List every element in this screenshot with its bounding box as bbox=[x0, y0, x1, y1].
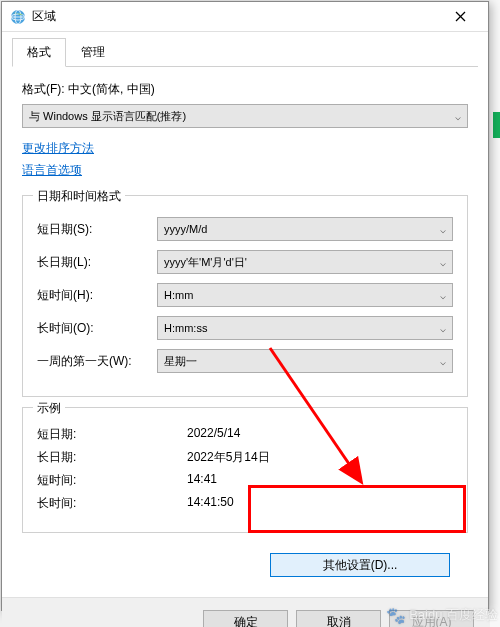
tab-admin[interactable]: 管理 bbox=[66, 38, 120, 67]
row-short-date: 短日期(S): yyyy/M/d ⌵ bbox=[37, 217, 453, 241]
select-long-time[interactable]: H:mm:ss ⌵ bbox=[157, 316, 453, 340]
apply-button[interactable]: 应用(A) bbox=[389, 610, 474, 627]
example-long-date: 长日期: 2022年5月14日 bbox=[37, 449, 453, 466]
tab-admin-label: 管理 bbox=[81, 45, 105, 59]
row-short-time: 短时间(H): H:mm ⌵ bbox=[37, 283, 453, 307]
format-label: 格式(F): 中文(简体, 中国) bbox=[22, 81, 468, 98]
ok-button[interactable]: 确定 bbox=[203, 610, 288, 627]
example-label-long-date: 长日期: bbox=[37, 449, 187, 466]
select-long-date[interactable]: yyyy'年'M'月'd'日' ⌵ bbox=[157, 250, 453, 274]
row-first-day: 一周的第一天(W): 星期一 ⌵ bbox=[37, 349, 453, 373]
select-short-time[interactable]: H:mm ⌵ bbox=[157, 283, 453, 307]
window-title: 区域 bbox=[32, 8, 440, 25]
example-label-short-time: 短时间: bbox=[37, 472, 187, 489]
value-short-date: yyyy/M/d bbox=[164, 223, 207, 235]
format-select[interactable]: 与 Windows 显示语言匹配(推荐) ⌵ bbox=[22, 104, 468, 128]
example-long-time: 长时间: 14:41:50 bbox=[37, 495, 453, 512]
tab-format-label: 格式 bbox=[27, 45, 51, 59]
label-long-date: 长日期(L): bbox=[37, 254, 157, 271]
other-settings-row: 其他设置(D)... bbox=[22, 543, 468, 587]
ok-label: 确定 bbox=[234, 614, 258, 627]
background-strip bbox=[490, 0, 500, 627]
value-long-time: H:mm:ss bbox=[164, 322, 207, 334]
example-short-date: 短日期: 2022/5/14 bbox=[37, 426, 453, 443]
example-value-long-date: 2022年5月14日 bbox=[187, 449, 270, 466]
region-dialog: 区域 格式 管理 格式(F): 中文(简体, 中国) 与 Windows 显示语… bbox=[1, 1, 489, 611]
change-sort-link[interactable]: 更改排序方法 bbox=[22, 138, 94, 160]
chevron-down-icon: ⌵ bbox=[440, 257, 446, 268]
chevron-down-icon: ⌵ bbox=[440, 224, 446, 235]
label-short-time: 短时间(H): bbox=[37, 287, 157, 304]
datetime-format-group: 日期和时间格式 短日期(S): yyyy/M/d ⌵ 长日期(L): yyyy'… bbox=[22, 195, 468, 397]
label-first-day: 一周的第一天(W): bbox=[37, 353, 157, 370]
value-short-time: H:mm bbox=[164, 289, 193, 301]
globe-icon bbox=[10, 9, 26, 25]
example-value-short-time: 14:41 bbox=[187, 472, 217, 489]
row-long-time: 长时间(O): H:mm:ss ⌵ bbox=[37, 316, 453, 340]
dialog-buttons: 确定 取消 应用(A) bbox=[2, 597, 488, 627]
label-long-time: 长时间(O): bbox=[37, 320, 157, 337]
example-label-short-date: 短日期: bbox=[37, 426, 187, 443]
titlebar: 区域 bbox=[2, 2, 488, 32]
example-short-time: 短时间: 14:41 bbox=[37, 472, 453, 489]
datetime-format-legend: 日期和时间格式 bbox=[33, 188, 125, 205]
row-long-date: 长日期(L): yyyy'年'M'月'd'日' ⌵ bbox=[37, 250, 453, 274]
examples-legend: 示例 bbox=[33, 400, 65, 417]
background-accent bbox=[493, 112, 500, 138]
links-area: 更改排序方法 语言首选项 bbox=[22, 138, 468, 181]
example-label-long-time: 长时间: bbox=[37, 495, 187, 512]
example-value-long-time: 14:41:50 bbox=[187, 495, 234, 512]
tab-row: 格式 管理 bbox=[2, 32, 488, 67]
example-value-short-date: 2022/5/14 bbox=[187, 426, 240, 443]
close-button[interactable] bbox=[440, 3, 480, 31]
value-first-day: 星期一 bbox=[164, 354, 197, 369]
value-long-date: yyyy'年'M'月'd'日' bbox=[164, 255, 247, 270]
format-select-value: 与 Windows 显示语言匹配(推荐) bbox=[29, 109, 186, 124]
select-short-date[interactable]: yyyy/M/d ⌵ bbox=[157, 217, 453, 241]
chevron-down-icon: ⌵ bbox=[440, 356, 446, 367]
tab-format[interactable]: 格式 bbox=[12, 38, 66, 67]
chevron-down-icon: ⌵ bbox=[440, 323, 446, 334]
chevron-down-icon: ⌵ bbox=[440, 290, 446, 301]
apply-label: 应用(A) bbox=[412, 614, 452, 627]
label-short-date: 短日期(S): bbox=[37, 221, 157, 238]
other-settings-label: 其他设置(D)... bbox=[323, 557, 398, 574]
chevron-down-icon: ⌵ bbox=[455, 111, 461, 122]
cancel-label: 取消 bbox=[327, 614, 351, 627]
tab-content: 格式(F): 中文(简体, 中国) 与 Windows 显示语言匹配(推荐) ⌵… bbox=[2, 67, 488, 597]
select-first-day[interactable]: 星期一 ⌵ bbox=[157, 349, 453, 373]
examples-group: 示例 短日期: 2022/5/14 长日期: 2022年5月14日 短时间: 1… bbox=[22, 407, 468, 533]
other-settings-button[interactable]: 其他设置(D)... bbox=[270, 553, 450, 577]
language-pref-link[interactable]: 语言首选项 bbox=[22, 160, 82, 182]
cancel-button[interactable]: 取消 bbox=[296, 610, 381, 627]
